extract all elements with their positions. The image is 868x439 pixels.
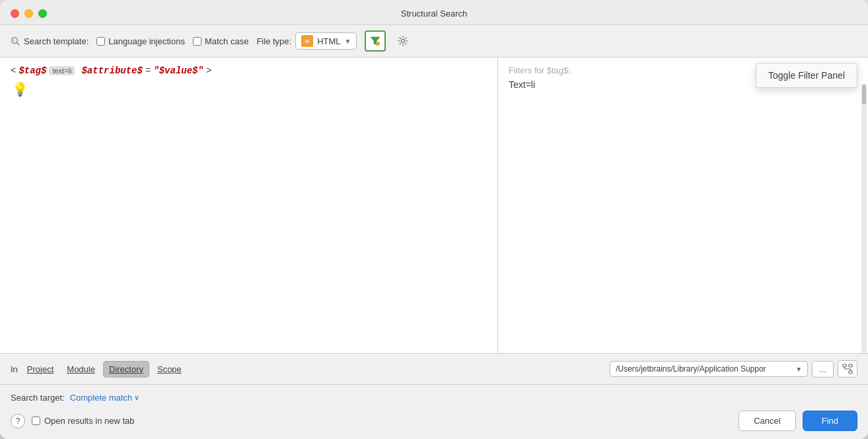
file-type-label: File type: [256,36,291,46]
search-icon [11,36,20,46]
complete-match-chevron-icon: ∨ [134,393,139,402]
editor-pane[interactable]: <$tag$text=li $attribute$="$value$"> 💡 [0,58,498,353]
code-open-angle: < [11,65,16,76]
code-line: <$tag$text=li $attribute$="$value$"> [11,65,487,76]
filter-pane-scrollbar[interactable] [861,84,867,353]
file-type-chevron-icon: ▼ [345,38,351,45]
toggle-filter-tooltip: Toggle Filter Panel [756,63,857,88]
lightbulb-icon: 💡 [12,81,487,97]
html-file-icon: H [301,35,313,47]
window-title: Structural Search [401,9,467,19]
code-filter-badge: text=li [49,66,75,75]
scope-bar: In Project Module Directory Scope /Users… [0,354,868,385]
scope-ellipsis-button[interactable]: ... [812,361,834,378]
open-results-checkbox[interactable] [32,417,40,425]
complete-match-dropdown[interactable]: Complete match ∨ [70,393,140,403]
maximize-button[interactable] [38,9,47,18]
search-label-group: Search template: [11,36,89,46]
svg-rect-7 [849,371,852,374]
match-case-group: Match case [193,36,248,46]
toolbar: Search template: Language injections Mat… [0,25,868,58]
complete-match-label: Complete match [70,393,133,403]
titlebar: Structural Search [0,0,868,25]
minimize-button[interactable] [24,9,33,18]
search-target-label: Search target: [11,393,65,403]
main-area: <$tag$text=li $attribute$="$value$"> 💡 F… [0,58,868,354]
open-results-group: Open results in new tab [32,416,135,426]
module-scope-button[interactable]: Module [61,362,100,377]
file-type-group: File type: H HTML ▼ [256,32,357,50]
scope-path-group: /Users/jetbrains/Library/Application Sup… [610,360,857,378]
code-equals: = [145,65,151,76]
match-case-checkbox[interactable] [193,37,201,46]
settings-button[interactable] [394,32,412,50]
file-type-dropdown[interactable]: H HTML ▼ [295,32,357,50]
toggle-filter-panel-button[interactable] [365,30,386,52]
svg-line-1 [17,43,20,46]
traffic-lights [11,9,47,18]
scope-path-value: /Users/jetbrains/Library/Application Sup… [616,364,791,374]
scope-tree-button[interactable] [838,360,857,378]
find-button[interactable]: Find [803,411,857,431]
bottom-actions: ? Open results in new tab Cancel Find [11,411,857,431]
scope-dropdown-arrow-icon: ▼ [795,366,802,373]
scrollbar-thumb [862,85,866,104]
code-close-angle: > [206,65,211,76]
code-attribute: $attribute$ [81,65,142,76]
svg-point-3 [376,42,380,46]
project-scope-button[interactable]: Project [22,362,59,377]
language-injections-group: Language injections [96,36,185,46]
file-type-value: HTML [317,36,340,46]
match-case-label: Match case [205,36,248,46]
scope-path-dropdown[interactable]: /Users/jetbrains/Library/Application Sup… [610,361,808,377]
scope-scope-button[interactable]: Scope [152,362,187,377]
language-injections-checkbox[interactable] [96,37,105,46]
close-button[interactable] [11,9,19,18]
svg-rect-6 [849,364,852,367]
help-button[interactable]: ? [11,414,25,428]
search-target-row: Search target: Complete match ∨ [11,393,857,403]
svg-point-4 [402,40,405,43]
svg-rect-5 [843,364,846,367]
in-label: In [11,364,18,374]
code-value: "$value$" [153,65,203,76]
open-results-label: Open results in new tab [44,416,135,426]
directory-scope-button[interactable]: Directory [103,361,149,378]
search-template-label: Search template: [24,36,89,46]
cancel-button[interactable]: Cancel [739,411,795,431]
filter-pane: Filters for $tag$: Text=li Toggle Filter… [498,58,868,353]
main-window: Structural Search Search template: Langu… [0,0,868,439]
code-tag: $tag$ [18,65,46,76]
bottom-bar: Search target: Complete match ∨ ? Open r… [0,385,868,439]
language-injections-label: Language injections [108,36,185,46]
